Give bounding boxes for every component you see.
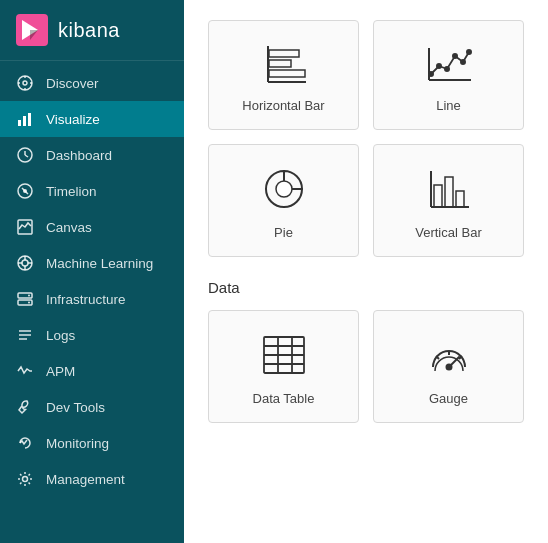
ml-icon [16,254,34,272]
app-logo: kibana [0,0,184,61]
sidebar-label-discover: Discover [46,76,99,91]
monitoring-icon [16,434,34,452]
sidebar-label-visualize: Visualize [46,112,100,127]
svg-point-44 [461,60,465,64]
sidebar-item-apm[interactable]: APM [0,353,184,389]
card-label-vertical-bar: Vertical Bar [415,225,481,240]
svg-point-27 [28,295,30,297]
svg-rect-50 [445,177,453,207]
svg-point-40 [429,72,433,76]
sidebar-item-monitoring[interactable]: Monitoring [0,425,184,461]
sidebar-item-timelion[interactable]: Timelion [0,173,184,209]
kibana-logo-icon [16,14,48,46]
svg-point-32 [23,477,28,482]
sidebar-label-logs: Logs [46,328,75,343]
svg-rect-9 [18,120,21,126]
sidebar-item-infrastructure[interactable]: Infrastructure [0,281,184,317]
data-table-icon [260,333,308,381]
svg-line-14 [25,155,28,157]
sidebar-label-management: Management [46,472,125,487]
wrench-icon [16,398,34,416]
sidebar-label-dashboard: Dashboard [46,148,112,163]
compass-icon [16,74,34,92]
app-name: kibana [58,19,120,42]
main-content: Horizontal Bar Line [184,0,548,543]
svg-rect-35 [269,50,299,57]
svg-point-19 [22,260,28,266]
horizontal-bar-icon [260,44,308,88]
svg-point-45 [467,50,471,54]
sidebar-item-visualize[interactable]: Visualize [0,101,184,137]
sidebar-label-dev-tools: Dev Tools [46,400,105,415]
sidebar-label-infrastructure: Infrastructure [46,292,126,307]
sidebar-item-dev-tools[interactable]: Dev Tools [0,389,184,425]
svg-point-17 [23,189,27,193]
data-cards-grid: Data Table Ga [208,310,524,423]
sidebar-label-machine-learning: Machine Learning [46,256,153,271]
gear-icon [16,470,34,488]
data-section-title: Data [208,279,524,296]
svg-point-3 [18,76,32,90]
apm-icon [16,362,34,380]
sidebar-item-dashboard[interactable]: Dashboard [0,137,184,173]
logs-icon [16,326,34,344]
sidebar-item-discover[interactable]: Discover [0,65,184,101]
sidebar-item-canvas[interactable]: Canvas [0,209,184,245]
svg-rect-10 [23,116,26,126]
card-horizontal-bar[interactable]: Horizontal Bar [208,20,359,130]
line-chart-icon [425,44,473,88]
card-label-horizontal-bar: Horizontal Bar [242,98,324,113]
vertical-bar-icon [425,167,473,215]
pie-chart-icon [260,167,308,215]
sidebar-label-apm: APM [46,364,75,379]
card-label-line: Line [436,98,461,113]
gauge-icon [425,333,473,381]
sidebar: kibana Discover Visualize [0,0,184,543]
data-section: Data Data Table [208,279,524,423]
basic-charts-grid: Horizontal Bar Line [208,20,524,257]
sidebar-label-canvas: Canvas [46,220,92,235]
svg-rect-36 [269,60,291,67]
svg-rect-37 [269,70,305,77]
svg-point-43 [453,54,457,58]
svg-point-41 [437,64,441,68]
card-label-data-table: Data Table [253,391,315,406]
card-label-pie: Pie [274,225,293,240]
sidebar-label-timelion: Timelion [46,184,97,199]
sidebar-item-management[interactable]: Management [0,461,184,497]
canvas-icon [16,218,34,236]
card-vertical-bar[interactable]: Vertical Bar [373,144,524,257]
clock-icon [16,146,34,164]
svg-point-42 [445,67,449,71]
card-line[interactable]: Line [373,20,524,130]
card-data-table[interactable]: Data Table [208,310,359,423]
server-icon [16,290,34,308]
svg-point-62 [446,365,451,370]
svg-point-4 [23,81,27,85]
timelion-icon [16,182,34,200]
sidebar-item-machine-learning[interactable]: Machine Learning [0,245,184,281]
sidebar-label-monitoring: Monitoring [46,436,109,451]
sidebar-item-logs[interactable]: Logs [0,317,184,353]
card-gauge[interactable]: Gauge [373,310,524,423]
svg-rect-49 [434,185,442,207]
card-label-gauge: Gauge [429,391,468,406]
card-pie[interactable]: Pie [208,144,359,257]
svg-point-46 [276,181,292,197]
svg-rect-11 [28,113,31,126]
bar-chart-icon [16,110,34,128]
svg-point-28 [28,302,30,304]
svg-rect-51 [456,191,464,207]
